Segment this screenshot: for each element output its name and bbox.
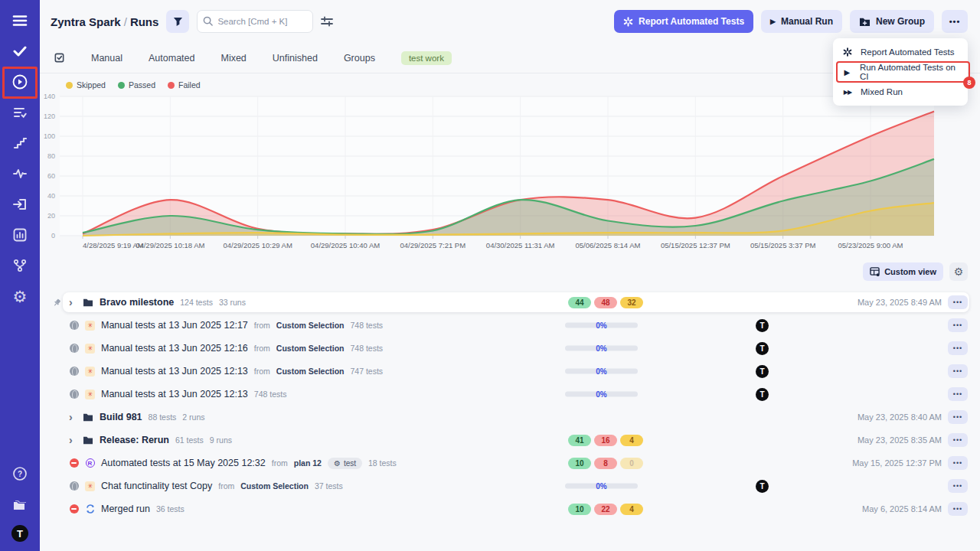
help-icon[interactable]: ? (10, 464, 30, 484)
run-tag[interactable]: ⚙test (328, 458, 362, 469)
filter-button[interactable] (166, 10, 189, 33)
pin-icon (53, 298, 61, 307)
assignee-avatar[interactable]: T (756, 319, 769, 332)
menu-item-mixed-run[interactable]: ▶▶ Mixed Run (833, 82, 968, 102)
row-actions-button[interactable]: ••• (948, 364, 968, 378)
user-avatar[interactable]: T (11, 525, 28, 542)
run-title[interactable]: Manual tests at 13 Jun 2025 12:13 (101, 389, 248, 399)
expand-chevron-icon[interactable]: › (69, 434, 77, 446)
progress-label: 0% (596, 321, 606, 330)
assignee-avatar[interactable]: T (756, 388, 769, 401)
run-from-value: Custom Selection (276, 367, 345, 376)
sidebar-item-runs[interactable] (10, 72, 30, 92)
row-actions-button[interactable]: ••• (948, 387, 968, 401)
sidebar-item-pulse[interactable] (10, 164, 30, 184)
group-row[interactable]: ›Build 98188 tests2 runsMay 23, 2025 8:4… (51, 406, 969, 429)
more-actions-button[interactable]: ••• (942, 10, 968, 33)
manual-run-button[interactable]: ▶ Manual Run (761, 10, 842, 33)
legend-item-passed: Passed (118, 80, 155, 90)
group-title[interactable]: Build 981 (100, 412, 142, 422)
settings-gear-icon[interactable]: ⚙ (10, 286, 30, 306)
run-row[interactable]: ✳Manual tests at 13 Jun 2025 12:13fromCu… (51, 360, 969, 383)
row-actions-button[interactable]: ••• (948, 502, 968, 516)
folder-plus-icon (859, 17, 871, 27)
failed-badge: 48 (594, 297, 617, 308)
run-title[interactable]: Automated tests at 15 May 2025 12:32 (101, 458, 266, 468)
runs-area-chart: 0204060801001201404/28/2025 9:19 AM04/29… (40, 92, 980, 253)
run-title[interactable]: Merged run (101, 504, 150, 514)
breadcrumb-project[interactable]: Zyntra Spark (51, 15, 121, 28)
run-from-label: from (272, 458, 288, 468)
run-title[interactable]: Manual tests at 13 Jun 2025 12:13 (101, 366, 248, 377)
globe-icon (70, 390, 79, 399)
row-actions-button[interactable]: ••• (948, 410, 968, 424)
group-title[interactable]: Release: Rerun (100, 435, 169, 445)
sidebar-item-branches[interactable] (10, 256, 30, 276)
new-group-button[interactable]: New Group (850, 10, 934, 33)
sidebar-item-steps[interactable] (10, 133, 30, 153)
search-input[interactable] (197, 10, 313, 33)
filter-tag-test-work[interactable]: test work (401, 51, 452, 65)
group-runs-count: 2 runs (182, 412, 204, 422)
assignee-avatar[interactable]: T (756, 365, 769, 378)
row-content: ✳Manual tests at 13 Jun 2025 12:17fromCu… (63, 315, 969, 335)
row-actions-button[interactable]: ••• (948, 318, 968, 332)
sidebar-item-import[interactable] (10, 194, 30, 214)
row-actions-button[interactable]: ••• (948, 433, 968, 447)
row-actions-button[interactable]: ••• (948, 341, 968, 355)
row-actions-button[interactable]: ••• (948, 295, 968, 309)
result-badges: 10224 (568, 504, 643, 515)
run-row[interactable]: Merged run36 tests10224May 6, 2025 8:14 … (51, 497, 969, 520)
custom-view-button[interactable]: Custom view (863, 262, 943, 281)
row-actions-button[interactable]: ••• (948, 456, 968, 470)
run-row[interactable]: RAutomated tests at 15 May 2025 12:32fro… (51, 452, 969, 474)
passed-badge: 10 (568, 458, 591, 469)
menu-item-report-automated-tests[interactable]: Report Automated Tests (833, 42, 968, 62)
breadcrumb-page: Runs (130, 15, 159, 28)
list-settings-gear-icon[interactable]: ⚙ (949, 262, 968, 281)
tab-groups[interactable]: Groups (344, 53, 375, 64)
search-settings-icon[interactable] (321, 16, 333, 27)
run-row[interactable]: ✳Chat functinality test CopyfromCustom S… (51, 474, 969, 497)
tab-unfinished[interactable]: Unfinished (273, 53, 318, 64)
row-actions-button[interactable]: ••• (948, 479, 968, 493)
sidebar-item-test-cases[interactable] (10, 103, 30, 122)
run-title[interactable]: Chat functinality test Copy (101, 481, 212, 491)
assignee-avatar[interactable]: T (756, 480, 769, 493)
menu-icon[interactable] (10, 11, 30, 31)
expand-chevron-icon[interactable]: › (69, 411, 77, 423)
run-tests-count: 748 tests (351, 321, 384, 330)
manual-run-status-icon: ✳ (85, 481, 95, 491)
tab-manual[interactable]: Manual (91, 53, 122, 64)
folder-icon (83, 435, 93, 445)
globe-icon (70, 367, 79, 376)
sidebar: ⚙ ? T (0, 0, 40, 551)
svg-text:05/23/2025 9:00 AM: 05/23/2025 9:00 AM (838, 241, 903, 249)
result-badges: 444832 (568, 297, 643, 308)
manual-run-status-icon: ✳ (85, 344, 95, 354)
menu-item-run-automated-tests-on-ci[interactable]: ▶ Run Automated Tests on CI 8 (833, 62, 968, 82)
sidebar-item-tasks[interactable] (10, 41, 30, 61)
assignee-avatar[interactable]: T (756, 342, 769, 355)
run-row[interactable]: ✳Manual tests at 13 Jun 2025 12:17fromCu… (51, 314, 969, 337)
failed-dot (168, 82, 175, 89)
failed-badge: 16 (594, 435, 617, 446)
tab-mixed[interactable]: Mixed (220, 53, 246, 64)
group-row[interactable]: ›Bravo milestone124 tests33 runs444832Ma… (51, 291, 969, 314)
tab-automated[interactable]: Automated (149, 53, 194, 64)
sidebar-item-analytics[interactable] (10, 225, 30, 245)
report-automated-tests-button[interactable]: Report Automated Tests (614, 10, 753, 33)
select-runs-icon[interactable] (54, 52, 65, 64)
group-title[interactable]: Bravo milestone (100, 297, 174, 308)
run-row[interactable]: ✳Manual tests at 13 Jun 2025 12:13748 te… (51, 383, 969, 406)
run-from-label: from (254, 344, 270, 353)
double-play-icon: ▶▶ (842, 89, 853, 96)
run-timestamp: May 23, 2025 8:35 AM (858, 435, 942, 445)
projects-folder-icon[interactable] (10, 494, 30, 514)
run-title[interactable]: Manual tests at 13 Jun 2025 12:16 (101, 343, 248, 354)
run-row[interactable]: ✳Manual tests at 13 Jun 2025 12:16fromCu… (51, 337, 969, 360)
group-row[interactable]: ›Release: Rerun61 tests9 runs41164May 23… (51, 429, 969, 452)
expand-chevron-icon[interactable]: › (69, 296, 77, 308)
run-title[interactable]: Manual tests at 13 Jun 2025 12:17 (101, 320, 248, 331)
svg-text:0: 0 (51, 232, 55, 240)
